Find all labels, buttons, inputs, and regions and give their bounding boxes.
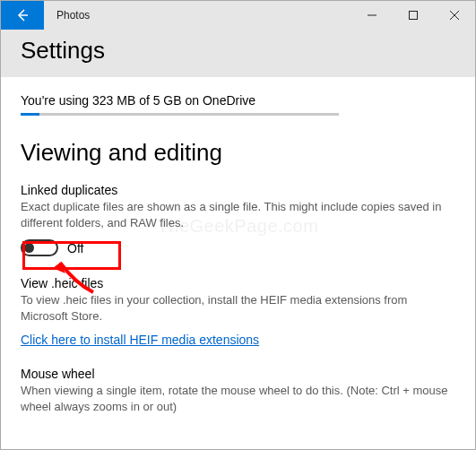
maximize-icon bbox=[409, 11, 418, 20]
section-heading: Viewing and editing bbox=[21, 139, 455, 167]
linked-duplicates-toggle-label: Off bbox=[67, 241, 83, 255]
maximize-button[interactable] bbox=[393, 1, 434, 30]
linked-duplicates-desc: Exact duplicate files are shown as a sin… bbox=[21, 199, 455, 230]
arrow-left-icon bbox=[15, 8, 30, 22]
page-header: Settings bbox=[1, 30, 475, 77]
heic-install-link[interactable]: Click here to install HEIF media extensi… bbox=[21, 333, 455, 347]
svg-rect-2 bbox=[410, 12, 418, 20]
storage-progress bbox=[21, 113, 339, 116]
toggle-knob bbox=[24, 243, 34, 253]
close-icon bbox=[450, 11, 459, 20]
page-title: Settings bbox=[21, 37, 455, 65]
linked-duplicates-block: Linked duplicates Exact duplicate files … bbox=[21, 183, 455, 256]
heic-block: View .heic files To view .heic files in … bbox=[21, 276, 455, 347]
heic-desc: To view .heic files in your collection, … bbox=[21, 292, 455, 324]
minimize-button[interactable] bbox=[351, 1, 393, 30]
storage-text: You're using 323 MB of 5 GB on OneDrive bbox=[21, 93, 455, 108]
app-title: Photos bbox=[44, 1, 90, 30]
mouse-wheel-title: Mouse wheel bbox=[21, 367, 455, 381]
close-button[interactable] bbox=[434, 1, 475, 30]
minimize-icon bbox=[368, 11, 376, 20]
linked-duplicates-toggle[interactable] bbox=[21, 239, 58, 256]
content-area: You're using 323 MB of 5 GB on OneDrive … bbox=[1, 77, 475, 414]
titlebar: Photos bbox=[1, 1, 475, 30]
heic-title: View .heic files bbox=[21, 276, 455, 290]
mouse-wheel-desc: When viewing a single item, rotate the m… bbox=[21, 383, 455, 414]
storage-progress-fill bbox=[21, 113, 39, 116]
back-button[interactable] bbox=[1, 1, 44, 30]
mouse-wheel-block: Mouse wheel When viewing a single item, … bbox=[21, 367, 455, 414]
linked-duplicates-title: Linked duplicates bbox=[21, 183, 455, 197]
linked-duplicates-toggle-row: Off bbox=[21, 239, 455, 256]
